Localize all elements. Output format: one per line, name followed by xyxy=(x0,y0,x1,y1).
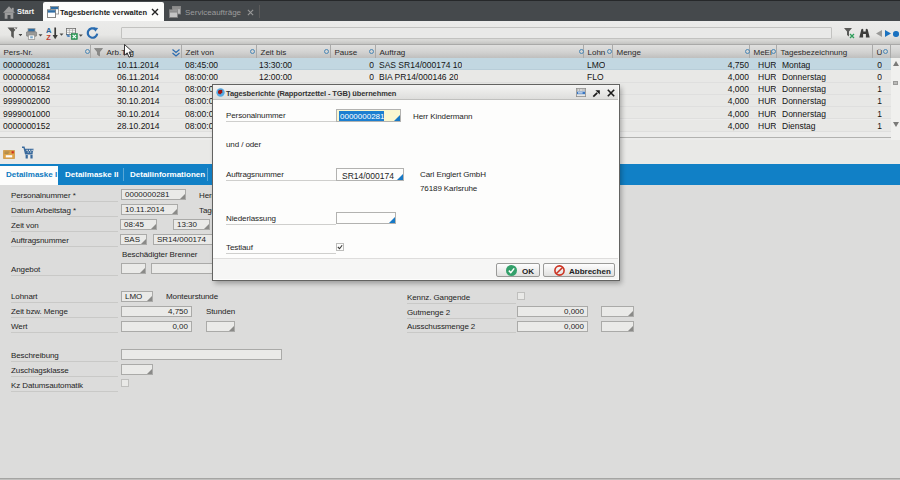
svg-text:Z: Z xyxy=(46,33,51,41)
